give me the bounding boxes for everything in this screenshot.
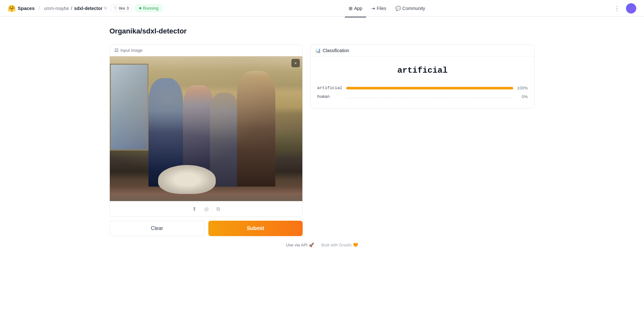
- repo-org: umm-maybe: [44, 6, 69, 11]
- submit-button[interactable]: Submit: [208, 221, 303, 236]
- api-link[interactable]: Use via API 🚀: [286, 243, 315, 247]
- image-panel-icon: 🖼: [114, 48, 118, 53]
- running-dot: [139, 7, 141, 9]
- image-panel-header: 🖼 Input Image: [110, 45, 302, 56]
- repo-path: umm-maybe / sdxl-detector ⎘: [44, 6, 107, 11]
- class-row-human: human 0%: [317, 93, 528, 102]
- running-label: Running: [143, 6, 158, 11]
- spaces-label: Spaces: [18, 5, 35, 11]
- like-count: 3: [127, 6, 129, 11]
- main-content: Organika/sdxl-detector 🖼 Input Image: [97, 17, 547, 267]
- classification-icon: 📊: [315, 48, 321, 53]
- avatar[interactable]: [626, 3, 636, 14]
- app-icon: ⊞: [349, 6, 353, 11]
- nav-community[interactable]: 💬 Community: [392, 4, 429, 13]
- spaces-emoji: 🤗: [8, 5, 16, 12]
- footer-separator: ·: [317, 243, 318, 247]
- class-pct-artificial: 100%: [516, 86, 528, 90]
- image-toolbar: ⬆ ◎ ⧉: [110, 201, 302, 216]
- classification-header: 📊 Classification: [311, 45, 534, 57]
- header-left: 🤗 Spaces / umm-maybe / sdxl-detector ⎘ ♡…: [8, 5, 162, 12]
- footer: Use via API 🚀 · Built with Gradio 🧡: [109, 236, 535, 254]
- image-upload-box: 🖼 Input Image: [109, 44, 303, 217]
- upload-icon[interactable]: ⬆: [191, 205, 198, 213]
- bar-container-human: [346, 96, 513, 98]
- like-label: like: [119, 6, 125, 11]
- classification-label: Classification: [323, 48, 349, 53]
- running-badge: Running: [136, 5, 162, 12]
- clear-button[interactable]: Clear: [109, 221, 204, 236]
- image-panel-label: Input Image: [120, 48, 143, 53]
- repo-slash: /: [71, 6, 72, 11]
- bar-fill-artificial: [346, 87, 513, 89]
- nav-app-label: App: [354, 6, 362, 11]
- class-label-artificial: artificial: [317, 86, 343, 90]
- nav-community-label: Community: [402, 6, 425, 11]
- gradio-emoji: 🧡: [353, 243, 358, 247]
- files-icon: ⇥: [371, 6, 375, 11]
- scene-canvas: [110, 56, 302, 201]
- nav-files-label: Files: [377, 6, 386, 11]
- nav-files[interactable]: ⇥ Files: [367, 4, 390, 13]
- api-label: Use via API: [286, 243, 308, 247]
- copy-icon[interactable]: ⎘: [104, 6, 107, 11]
- bar-container-artificial: [346, 87, 513, 89]
- camera-icon[interactable]: ◎: [203, 205, 210, 213]
- header-nav: ⊞ App ⇥ Files 💬 Community: [345, 4, 429, 13]
- close-image-button[interactable]: ×: [291, 59, 300, 67]
- gradio-label: Built with Gradio: [321, 243, 352, 247]
- app-layout: 🖼 Input Image: [109, 44, 535, 236]
- community-icon: 💬: [395, 6, 401, 11]
- action-buttons: Clear Submit: [109, 221, 303, 236]
- class-label-human: human: [317, 94, 343, 99]
- heart-icon: ♡: [114, 6, 118, 11]
- header: 🤗 Spaces / umm-maybe / sdxl-detector ⎘ ♡…: [0, 0, 644, 17]
- result-title: artificial: [311, 57, 534, 82]
- more-button[interactable]: ⋮: [612, 3, 622, 14]
- nav-app[interactable]: ⊞ App: [345, 4, 366, 13]
- repo-name: sdxl-detector: [74, 6, 102, 11]
- scene-overlay: [110, 56, 302, 201]
- spaces-logo[interactable]: 🤗 Spaces: [8, 5, 35, 12]
- class-row-artificial: artificial 100%: [317, 84, 528, 93]
- page-title: Organika/sdxl-detector: [109, 27, 535, 35]
- api-emoji: 🚀: [309, 243, 314, 247]
- like-badge[interactable]: ♡ like 3: [111, 5, 132, 12]
- header-divider: /: [39, 5, 40, 12]
- left-panel: 🖼 Input Image: [109, 44, 303, 236]
- image-preview-area[interactable]: ×: [110, 56, 302, 201]
- header-right: ⋮: [612, 3, 636, 14]
- classification-box: 📊 Classification artificial artificial 1…: [310, 44, 535, 108]
- right-panel: 📊 Classification artificial artificial 1…: [310, 44, 535, 108]
- classification-rows: artificial 100% human 0%: [311, 82, 534, 108]
- class-pct-human: 0%: [516, 94, 528, 99]
- clipboard-icon[interactable]: ⧉: [215, 205, 221, 213]
